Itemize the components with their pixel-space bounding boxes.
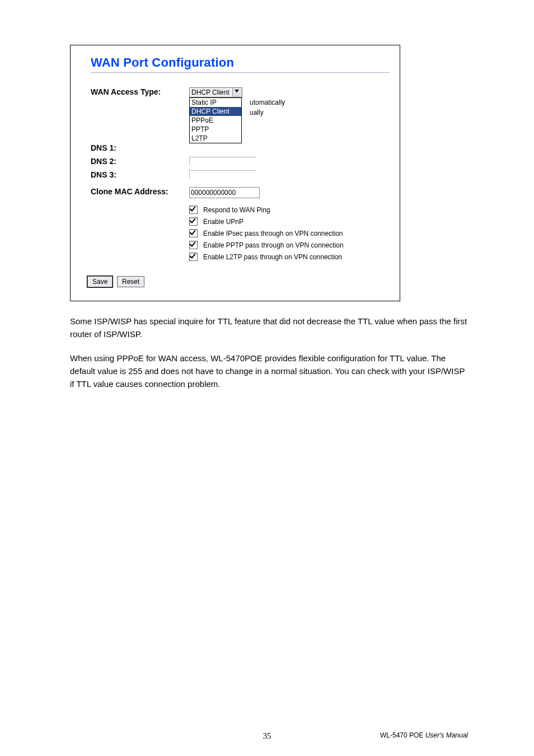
option-l2tp[interactable]: L2TP (190, 134, 241, 143)
wan-access-type-dropdown[interactable]: Static IP DHCP Client PPPoE PPTP L2TP (189, 97, 242, 143)
clone-mac-label: Clone MAC Address: (91, 181, 189, 200)
dns1-label: DNS 1: (91, 143, 189, 155)
option-dhcp-client[interactable]: DHCP Client (190, 107, 241, 116)
enable-l2tp-checkbox[interactable] (189, 253, 198, 261)
dns-mode-radios-obscured: utomatically ually (250, 97, 285, 118)
reset-button[interactable]: Reset (117, 276, 144, 287)
enable-pptp-checkbox[interactable] (189, 241, 198, 249)
enable-ipsec-checkbox[interactable] (189, 229, 198, 237)
respond-wan-ping-checkbox[interactable] (189, 206, 198, 214)
respond-wan-ping-label: Respond to WAN Ping (203, 206, 270, 214)
paragraph-ttl-2: When using PPPoE for WAN access, WL-5470… (70, 352, 467, 390)
option-pptp[interactable]: PPTP (190, 125, 241, 134)
wan-config-panel: WAN Port Configuration WAN Access Type: … (70, 45, 400, 301)
footer-product: WL-5470 POE (380, 731, 423, 739)
paragraph-ttl-1: Some ISP/WISP has special inquire for TT… (70, 315, 467, 340)
save-button[interactable]: Save (87, 276, 113, 287)
enable-pptp-label: Enable PPTP pass through on VPN connecti… (203, 241, 344, 249)
footer-doc: User's Manual (423, 731, 468, 739)
enable-l2tp-label: Enable L2TP pass through on VPN connecti… (203, 253, 342, 261)
enable-upnp-label: Enable UPnP (203, 218, 243, 226)
panel-title: WAN Port Configuration (91, 55, 390, 70)
panel-divider (91, 72, 390, 73)
wan-access-type-label: WAN Access Type: (91, 85, 189, 143)
wan-access-type-select[interactable]: DHCP Client (189, 87, 242, 97)
dns3-label: DNS 3: (91, 168, 189, 181)
dns-auto-fragment: utomatically (250, 97, 285, 108)
option-static-ip[interactable]: Static IP (190, 98, 241, 107)
dns2-label: DNS 2: (91, 155, 189, 168)
clone-mac-input[interactable] (189, 187, 260, 198)
option-pppoe[interactable]: PPPoE (190, 116, 241, 125)
dropdown-arrow-icon[interactable] (232, 88, 242, 97)
dns-manual-fragment: ually (250, 108, 285, 118)
dns2-input[interactable] (189, 157, 256, 165)
dns3-input[interactable] (189, 170, 256, 179)
enable-ipsec-label: Enable IPsec pass through on VPN connect… (203, 230, 343, 237)
footer-product-doc: WL-5470 POE User's Manual (380, 731, 468, 739)
wan-access-type-selected: DHCP Client (191, 88, 229, 96)
enable-upnp-checkbox[interactable] (189, 217, 198, 226)
